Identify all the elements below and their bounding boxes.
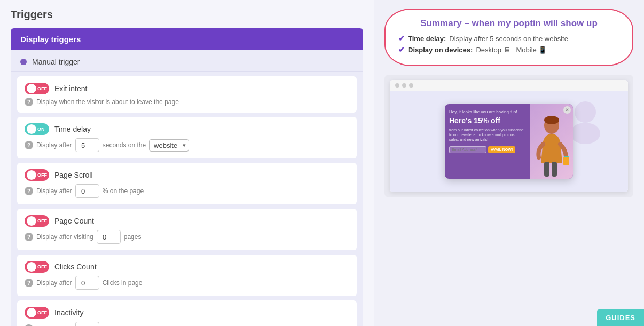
- page-count-section: OFF Page Count ? Display after visiting …: [17, 209, 357, 250]
- summary-item-0-bold: Time delay:: [408, 35, 446, 43]
- guides-button[interactable]: GUIDES: [597, 309, 644, 326]
- svg-rect-5: [563, 157, 569, 165]
- mockup-browser: ✕ Hey, it looks like you are having fun!…: [390, 80, 628, 192]
- page-scroll-row: OFF Page Scroll: [25, 169, 349, 181]
- page-count-row: OFF Page Count: [25, 215, 349, 227]
- left-panel: Triggers Display triggers Manual trigger…: [0, 0, 374, 326]
- inactivity-input[interactable]: [75, 322, 99, 326]
- popup-small-text: Hey, it looks like you are having fun!: [449, 109, 526, 114]
- time-delay-section: ON Time delay ? Display after seconds on…: [17, 117, 357, 158]
- clicks-count-title: Clicks Count: [54, 263, 97, 271]
- time-delay-title: Time delay: [54, 125, 91, 133]
- page-scroll-help-icon[interactable]: ?: [25, 187, 33, 195]
- inactivity-title: Inactivity: [54, 308, 83, 317]
- clicks-count-input[interactable]: [75, 276, 99, 290]
- clicks-count-toggle-label: OFF: [37, 264, 47, 269]
- display-triggers-header: Display triggers: [11, 28, 363, 50]
- exit-intent-toggle-label: OFF: [37, 86, 47, 91]
- popup-input-row: AVAIL NOW!: [449, 146, 526, 153]
- summary-item-0: ✔ Time delay: Display after 5 seconds on…: [398, 34, 619, 43]
- page-count-toggle-slider[interactable]: OFF: [25, 215, 49, 227]
- svg-rect-7: [552, 162, 557, 177]
- time-delay-knob: [27, 124, 36, 134]
- popup-close-button[interactable]: ✕: [563, 106, 571, 114]
- browser-content: ✕ Hey, it looks like you are having fun!…: [390, 91, 628, 192]
- time-delay-suffix: seconds on the: [103, 141, 146, 149]
- triggers-container: Manual trigger OFF Exit intent ? Display…: [11, 50, 363, 326]
- page-count-desc: ? Display after visiting pages: [25, 230, 349, 244]
- popup-text-side: Hey, it looks like you are having fun! H…: [445, 104, 530, 179]
- check-icon-1: ✔: [398, 45, 405, 54]
- page-count-help-icon[interactable]: ?: [25, 233, 33, 241]
- clicks-count-toggle-slider[interactable]: OFF: [25, 261, 49, 273]
- page-count-knob: [27, 216, 36, 226]
- popup-image-side: [530, 104, 573, 179]
- page-scroll-knob: [27, 170, 36, 180]
- time-delay-toggle[interactable]: ON: [25, 123, 49, 135]
- clicks-count-prefix: Display after: [36, 279, 72, 287]
- time-delay-toggle-label: ON: [37, 126, 45, 132]
- time-delay-toggle-slider[interactable]: ON: [25, 123, 49, 135]
- svg-rect-6: [544, 162, 549, 177]
- time-delay-dropdown-wrapper: website page: [149, 139, 189, 152]
- page-scroll-desc: ? Display after % on the page: [25, 184, 349, 198]
- exit-intent-help-icon[interactable]: ?: [25, 98, 33, 106]
- clicks-count-toggle[interactable]: OFF: [25, 261, 49, 273]
- summary-item-1-bold: Display on devices:: [408, 46, 473, 54]
- page-scroll-toggle-label: OFF: [37, 172, 47, 178]
- summary-item-0-text: Display after 5 seconds on the website: [449, 35, 568, 43]
- page-count-toggle-label: OFF: [37, 218, 47, 224]
- manual-trigger-row: Manual trigger: [11, 52, 363, 72]
- page-scroll-prefix: Display after: [36, 187, 72, 195]
- time-delay-dropdown[interactable]: website page: [149, 139, 189, 152]
- popup-email-input[interactable]: [449, 146, 486, 153]
- page-count-suffix: pages: [124, 233, 142, 241]
- page-scroll-title: Page Scroll: [54, 171, 93, 179]
- clicks-count-desc: ? Display after Clicks in page: [25, 276, 349, 290]
- svg-point-3: [544, 116, 559, 124]
- exit-intent-toggle[interactable]: OFF: [25, 83, 49, 94]
- time-delay-row: ON Time delay: [25, 123, 349, 135]
- time-delay-input[interactable]: [75, 138, 99, 152]
- clicks-count-knob: [27, 262, 36, 272]
- page-scroll-input[interactable]: [75, 184, 99, 198]
- summary-title: Summary – when my poptin will show up: [398, 18, 619, 29]
- inactivity-toggle[interactable]: OFF: [25, 307, 49, 319]
- time-delay-prefix: Display after: [36, 141, 72, 149]
- page-scroll-toggle[interactable]: OFF: [25, 169, 49, 181]
- manual-trigger-label: Manual trigger: [32, 58, 80, 66]
- exit-intent-title: Exit intent: [54, 84, 87, 93]
- popup-submit-button[interactable]: AVAIL NOW!: [488, 146, 515, 153]
- popup-heading: Here's 15% off: [449, 116, 526, 125]
- manual-trigger-dot: [20, 59, 27, 65]
- time-delay-help-icon[interactable]: ?: [25, 141, 33, 149]
- exit-intent-toggle-slider[interactable]: OFF: [25, 83, 49, 94]
- inactivity-toggle-label: OFF: [37, 310, 47, 315]
- page-count-title: Page Count: [54, 217, 94, 225]
- summary-box: Summary – when my poptin will show up ✔ …: [384, 9, 633, 66]
- clicks-count-row: OFF Clicks Count: [25, 261, 349, 273]
- clicks-count-section: OFF Clicks Count ? Display after Clicks …: [17, 255, 357, 296]
- page-scroll-suffix: % on the page: [103, 187, 144, 195]
- exit-intent-section: OFF Exit intent ? Display when the visit…: [17, 76, 357, 113]
- inactivity-toggle-slider[interactable]: OFF: [25, 307, 49, 319]
- exit-intent-row: OFF Exit intent: [25, 83, 349, 94]
- browser-dot-1: [395, 83, 399, 88]
- page-count-input[interactable]: [97, 230, 121, 244]
- page-count-toggle[interactable]: OFF: [25, 215, 49, 227]
- check-icon-0: ✔: [398, 34, 405, 43]
- popup-card: ✕ Hey, it looks like you are having fun!…: [445, 104, 573, 179]
- inactivity-knob: [27, 308, 36, 317]
- preview-mockup: ✕ Hey, it looks like you are having fun!…: [384, 75, 633, 197]
- page-count-prefix: Display after visiting: [36, 233, 93, 241]
- popup-body-text: from our latest collection when you subs…: [449, 128, 526, 142]
- browser-dot-3: [409, 83, 413, 88]
- page-scroll-toggle-slider[interactable]: OFF: [25, 169, 49, 181]
- exit-intent-knob: [27, 84, 36, 93]
- browser-dot-2: [402, 83, 406, 88]
- time-delay-desc: ? Display after seconds on the website p…: [25, 138, 349, 152]
- inactivity-section: OFF Inactivity ? Display after seconds a…: [17, 300, 357, 326]
- clicks-count-help-icon[interactable]: ?: [25, 279, 33, 287]
- summary-item-1: ✔ Display on devices: Desktop 🖥 Mobile 📱: [398, 45, 619, 54]
- page-title: Triggers: [11, 9, 363, 21]
